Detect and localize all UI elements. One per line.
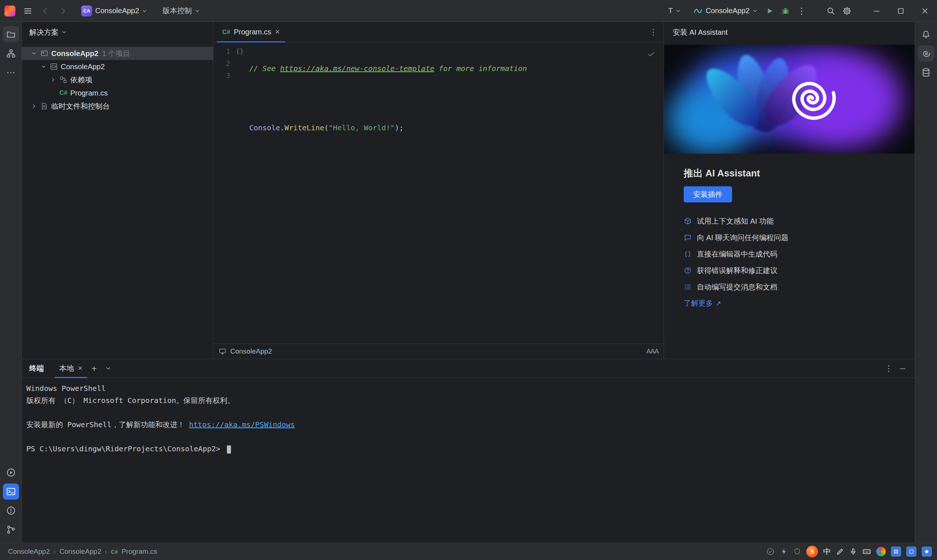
feature-item: 自动编写提交消息和文档 [684, 282, 899, 292]
dependencies-icon [58, 76, 69, 84]
run-toolwindow-button[interactable] [3, 465, 19, 481]
editor-status-project[interactable]: ConsoleApp2 [230, 347, 272, 355]
back-button[interactable] [37, 3, 54, 19]
debug-button[interactable] [777, 3, 794, 19]
translate-widget[interactable]: T [665, 3, 685, 19]
ime-keyboard-icon[interactable] [862, 547, 871, 556]
terminal-toolwindow-button[interactable] [3, 483, 19, 500]
project-toolwindow-button[interactable] [3, 26, 19, 43]
ime-tile-icon[interactable] [906, 546, 917, 557]
run-button[interactable] [761, 3, 777, 19]
terminal-prompt: PS C:\Users\dingw\RiderProjects\ConsoleA… [26, 445, 225, 453]
chevron-right-icon[interactable] [29, 103, 39, 109]
inspections-ok-icon[interactable] [766, 547, 775, 556]
learn-more-link[interactable]: 了解更多 ↗ [684, 298, 899, 308]
tree-row-dependencies[interactable]: 依赖项 [22, 73, 213, 86]
more-actions-button[interactable]: ⋮ [794, 3, 809, 19]
run-configuration-selector[interactable]: ConsoleApp2 [689, 3, 761, 19]
bug-icon [781, 6, 790, 16]
titlebar: CA ConsoleApp2 版本控制 T [0, 0, 937, 22]
feature-item: 试用上下文感知 AI 功能 [684, 215, 899, 226]
problems-toolwindow-button[interactable] [3, 503, 19, 518]
ime-mic-icon[interactable] [849, 548, 857, 555]
code-content: // See https://aka.ms/new-console-templa… [249, 43, 663, 344]
ime-sogou-logo[interactable]: S [806, 546, 818, 557]
braces-inlay[interactable]: {} [230, 47, 249, 55]
database-toolwindow-button[interactable] [918, 65, 934, 80]
chevron-down-icon[interactable] [39, 64, 48, 69]
tree-row-program-cs[interactable]: C# Program.cs [22, 86, 213, 100]
scratches-label: 临时文件和控制台 [51, 102, 110, 111]
security-shield-icon[interactable] [793, 548, 801, 555]
project-node-name: ConsoleApp2 [61, 63, 105, 71]
more-vertical-icon: ⋮ [649, 28, 657, 37]
solution-panel: 解决方案 ConsoleApp2 1 个项目 [22, 22, 213, 359]
line-number: 1 [213, 47, 230, 55]
search-everywhere-button[interactable] [823, 3, 839, 19]
breadcrumb-item[interactable]: Program.cs [122, 548, 157, 555]
settings-button[interactable] [839, 3, 855, 19]
code-line-1: // See https://aka.ms/new-console-templa… [249, 63, 663, 75]
minimize-button[interactable] [865, 0, 889, 22]
tab-close-icon[interactable]: ✕ [275, 28, 280, 36]
project-widget[interactable]: CA ConsoleApp2 [78, 3, 151, 19]
chevron-down-icon[interactable] [29, 51, 39, 56]
chevron-down-icon[interactable] [62, 30, 67, 35]
tab-close-icon[interactable]: ✕ [78, 365, 83, 372]
terminal-tab-label: 本地 [59, 363, 74, 373]
chevron-down-icon [105, 366, 111, 371]
forward-button[interactable] [55, 3, 71, 19]
ai-assistant-toolwindow-button[interactable] [918, 45, 934, 62]
method-token: WriteLine [285, 123, 324, 132]
inspections-ok-icon[interactable] [647, 50, 655, 58]
bell-icon [921, 29, 931, 40]
breadcrumb-item[interactable]: ConsoleApp2 [59, 548, 101, 555]
breadcrumb-item[interactable]: ConsoleApp2 [8, 548, 50, 555]
dependencies-label: 依赖项 [70, 75, 92, 85]
tab-program-cs[interactable]: C# Program.cs ✕ [217, 22, 285, 43]
status-bar: ConsoleApp2 › ConsoleApp2 › C# Program.c… [0, 543, 937, 560]
terminal-output[interactable]: Windows PowerShell 版权所有 （C） Microsoft Co… [22, 378, 915, 543]
plus-icon: + [91, 363, 97, 374]
maximize-button[interactable] [889, 0, 913, 22]
solution-icon [39, 49, 50, 57]
database-icon [921, 67, 931, 78]
close-button[interactable] [913, 0, 937, 22]
editor-tab-options-button[interactable]: ⋮ [645, 24, 662, 40]
new-terminal-button[interactable]: + [87, 362, 101, 375]
hide-terminal-button[interactable] [895, 362, 909, 375]
class-token: Console [249, 123, 280, 132]
power-save-icon[interactable] [780, 548, 788, 555]
minimize-icon [872, 6, 881, 15]
git-branch-icon [6, 525, 16, 535]
ime-lang-indicator[interactable]: 中 [823, 546, 831, 557]
feature-item: 获得错误解释和修正建议 [684, 265, 899, 276]
zoom-indicator: AAA [646, 348, 659, 355]
terminal-tab-local[interactable]: 本地 ✕ [55, 359, 87, 378]
chevron-right-icon[interactable] [48, 77, 58, 82]
tree-row-scratches[interactable]: 临时文件和控制台 [22, 100, 213, 113]
more-toolwindows-button[interactable]: ⋯ [3, 65, 19, 80]
tree-row-project[interactable]: C# ConsoleApp2 [22, 60, 213, 73]
terminal-link[interactable]: https://aka.ms/PSWindows [189, 420, 295, 429]
comment-link[interactable]: https://aka.ms/new-console-template [280, 64, 434, 73]
notifications-button[interactable] [918, 26, 934, 43]
learn-more-text: 了解更多 [684, 298, 713, 308]
vcs-widget[interactable]: 版本控制 [159, 3, 203, 19]
git-toolwindow-button[interactable] [3, 522, 19, 538]
editor-gutter: 1 {} 2 3 [213, 43, 249, 344]
install-plugin-button[interactable]: 安装插件 [684, 186, 732, 202]
code-editor[interactable]: 1 {} 2 3 // See https://aka.ms/new-co [213, 43, 663, 344]
ime-tile-icon[interactable] [891, 546, 901, 557]
ime-skin-icon[interactable] [876, 547, 886, 556]
tree-row-solution[interactable]: ConsoleApp2 1 个项目 [22, 47, 213, 60]
terminal-type-dropdown[interactable] [101, 362, 115, 375]
terminal-options-button[interactable]: ⋮ [882, 362, 895, 375]
main-menu-button[interactable] [20, 3, 36, 19]
ime-tile-icon[interactable] [922, 546, 932, 557]
ime-pen-icon[interactable] [836, 548, 844, 555]
cube-icon [684, 217, 692, 225]
structure-toolwindow-button[interactable] [3, 45, 19, 62]
console-app-icon [218, 347, 226, 355]
csharp-file-icon: C# [58, 89, 69, 97]
